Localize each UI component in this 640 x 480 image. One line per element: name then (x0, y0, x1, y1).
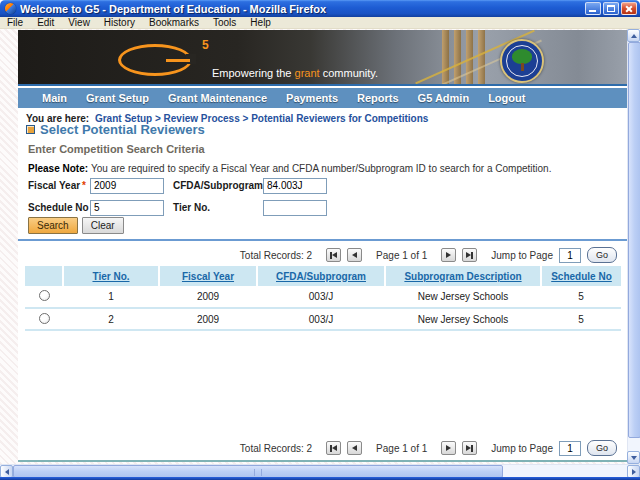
nav-grant-maintenance[interactable]: Grant Maintenance (168, 92, 267, 104)
window-title: Welcome to G5 - Department of Education … (20, 3, 585, 15)
first-page-button[interactable] (326, 441, 341, 455)
scroll-left-icon (5, 469, 9, 475)
vertical-scrollbar-thumb[interactable] (628, 42, 640, 438)
pagination-bottom: Total Records: 2 Page 1 of 1 Jump to Pag… (18, 439, 617, 457)
table-header-row: Tier No. Fiscal Year CFDA/Subprogram Sub… (25, 266, 621, 286)
firefox-icon (5, 3, 16, 14)
cell-description: New Jersey Schools (385, 308, 541, 330)
total-records: Total Records: 2 (240, 443, 312, 454)
search-button[interactable]: Search (28, 217, 78, 234)
col-cfda-subprogram[interactable]: CFDA/Subprogram (257, 266, 385, 286)
total-records: Total Records: 2 (240, 250, 312, 261)
last-page-button[interactable] (462, 441, 477, 455)
next-page-icon (446, 445, 451, 451)
form-buttons: Search Clear (28, 217, 124, 234)
page-viewport: 5 Empowering the grant community. (0, 29, 627, 464)
next-page-icon (446, 252, 451, 258)
scroll-up-icon (631, 34, 637, 38)
row-2-radio[interactable] (39, 313, 50, 324)
please-note: Please Note:You are required to specify … (28, 163, 551, 174)
select-column-header (25, 266, 63, 286)
next-page-button[interactable] (441, 441, 456, 455)
section-divider (18, 239, 627, 241)
menu-history[interactable]: History (97, 17, 142, 28)
menu-bookmarks[interactable]: Bookmarks (142, 17, 206, 28)
previous-page-button[interactable] (347, 441, 362, 455)
nav-main[interactable]: Main (42, 92, 67, 104)
g5-header-banner: 5 Empowering the grant community. (18, 30, 627, 86)
previous-page-button[interactable] (347, 248, 362, 262)
title-bar[interactable]: Welcome to G5 - Department of Education … (0, 0, 640, 17)
col-schedule-no[interactable]: Schedule No (541, 266, 621, 286)
previous-page-icon (352, 445, 357, 451)
scroll-up-button[interactable] (627, 29, 640, 42)
scroll-right-icon (632, 469, 636, 475)
restore-button[interactable] (603, 2, 619, 15)
page-indicator: Page 1 of 1 (376, 443, 427, 454)
menu-view[interactable]: View (61, 17, 97, 28)
tagline: Empowering the grant community. (212, 67, 378, 79)
menu-bar: File Edit View History Bookmarks Tools H… (0, 17, 640, 29)
table-row: 1 2009 003/J New Jersey Schools 5 (25, 286, 621, 308)
main-navigation: Main Grant Setup Grant Maintenance Payme… (18, 88, 627, 108)
col-tier-no[interactable]: Tier No. (63, 266, 159, 286)
fiscal-year-input[interactable] (90, 178, 164, 194)
nav-logout[interactable]: Logout (488, 92, 525, 104)
schedule-no-input[interactable] (90, 200, 164, 216)
nav-grant-setup[interactable]: Grant Setup (86, 92, 149, 104)
cfda-subprogram-input[interactable] (263, 178, 327, 194)
menu-file[interactable]: File (0, 17, 30, 28)
bullet-icon (26, 125, 35, 134)
note-text: You are required to specify a Fiscal Yea… (91, 163, 551, 174)
next-page-button[interactable] (441, 248, 456, 262)
g5-logo-number: 5 (202, 38, 209, 52)
nav-payments[interactable]: Payments (286, 92, 338, 104)
cell-fiscal-year: 2009 (159, 308, 257, 330)
last-page-button[interactable] (462, 248, 477, 262)
total-records-value: 2 (307, 443, 313, 454)
cell-tier: 2 (63, 308, 159, 330)
required-asterisk: * (82, 180, 86, 191)
cfda-subprogram-label: CFDA/Subprogram* (173, 180, 263, 191)
table-row: 2 2009 003/J New Jersey Schools 5 (25, 308, 621, 330)
vertical-scrollbar[interactable] (627, 29, 640, 464)
cell-cfda: 003/J (257, 308, 385, 330)
page-content: 5 Empowering the grant community. (18, 30, 627, 462)
jump-to-page-label: Jump to Page (491, 250, 553, 261)
clear-button[interactable]: Clear (82, 217, 124, 234)
cell-schedule: 5 (541, 308, 621, 330)
row-1-radio[interactable] (39, 290, 50, 301)
menu-tools[interactable]: Tools (206, 17, 243, 28)
schedule-no-label: Schedule No (28, 202, 90, 213)
tier-no-input[interactable] (263, 200, 327, 216)
minimize-icon (589, 10, 596, 12)
bookshelf-decoration (442, 30, 449, 86)
fiscal-year-label: Fiscal Year* (28, 180, 90, 191)
cell-fiscal-year: 2009 (159, 286, 257, 308)
col-fiscal-year[interactable]: Fiscal Year (159, 266, 257, 286)
previous-page-icon (352, 252, 357, 258)
total-records-value: 2 (307, 250, 313, 261)
menu-edit[interactable]: Edit (30, 17, 61, 28)
restore-icon (607, 5, 615, 12)
scroll-down-button[interactable] (627, 451, 640, 464)
results-table: Tier No. Fiscal Year CFDA/Subprogram Sub… (25, 266, 621, 331)
nav-g5-admin[interactable]: G5 Admin (418, 92, 470, 104)
menu-help[interactable]: Help (243, 17, 278, 28)
go-button[interactable]: Go (587, 440, 617, 456)
first-page-button[interactable] (326, 248, 341, 262)
note-label: Please Note: (28, 163, 88, 174)
jump-to-page-input[interactable] (559, 248, 581, 263)
col-subprogram-description[interactable]: Subprogram Description (385, 266, 541, 286)
window-controls (585, 2, 637, 15)
browser-content: 5 Empowering the grant community. (0, 29, 640, 480)
jump-to-page-input[interactable] (559, 441, 581, 456)
scroll-down-icon (631, 456, 637, 460)
pagination-top: Total Records: 2 Page 1 of 1 Jump to Pag… (18, 246, 617, 264)
horizontal-scrollbar[interactable] (0, 464, 640, 477)
minimize-button[interactable] (585, 2, 601, 15)
close-button[interactable] (621, 2, 637, 15)
nav-reports[interactable]: Reports (357, 92, 399, 104)
go-button[interactable]: Go (587, 247, 617, 263)
form-row-2: Schedule No Tier No. (28, 199, 327, 216)
